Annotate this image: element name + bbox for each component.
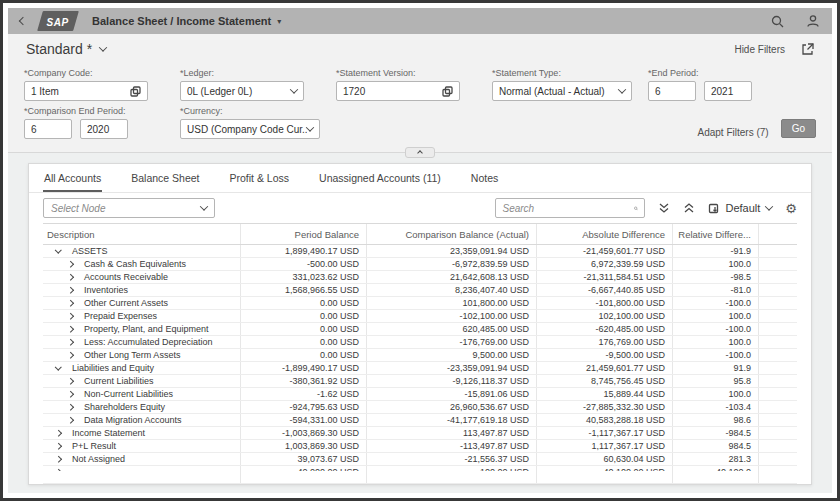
value-help-icon[interactable] [130, 86, 141, 97]
app-title[interactable]: Balance Sheet / Income Statement ▾ [92, 15, 281, 27]
profile-button[interactable] [806, 14, 820, 28]
expander-icon[interactable] [53, 366, 63, 371]
settings-button[interactable]: ⚙ [785, 202, 797, 215]
table-row[interactable]: P+L Result 1,003,869.30 USD -113,497.87 … [43, 440, 797, 453]
table-row[interactable]: Property, Plant, and Equipment 0.00 USD … [43, 323, 797, 336]
table-row[interactable]: Inventories 1,568,966.55 USD 8,236,407.4… [43, 284, 797, 297]
column-period-balance[interactable]: Period Balance [241, 224, 367, 244]
end-period-month-field[interactable] [655, 86, 689, 97]
currency-select[interactable]: USD (Company Code Cur... [180, 119, 320, 139]
table-row[interactable]: Current Liabilities -380,361.92 USD -9,1… [43, 375, 797, 388]
end-period-year-input[interactable] [704, 81, 752, 101]
expander-icon[interactable] [65, 288, 75, 293]
hide-filters-link[interactable]: Hide Filters [734, 44, 785, 55]
go-button[interactable]: Go [781, 119, 816, 138]
column-description[interactable]: Description [43, 224, 241, 244]
expander-icon[interactable] [65, 405, 75, 410]
end-period-month-input[interactable] [648, 81, 696, 101]
expander-icon[interactable] [65, 275, 75, 280]
expander-icon[interactable] [53, 457, 63, 462]
expander-icon[interactable] [65, 353, 75, 358]
company-code-input[interactable]: 1 Item [24, 81, 148, 101]
statement-version-input[interactable]: 1720 [336, 81, 460, 101]
share-icon [801, 43, 814, 56]
comparison-balance-cell: -102,100.00 USD [367, 310, 537, 322]
table-row[interactable]: Other Current Assets 0.00 USD 101,800.00… [43, 297, 797, 310]
expander-icon[interactable] [53, 431, 63, 436]
collapse-all-button[interactable] [683, 202, 695, 214]
expander-icon[interactable] [65, 340, 75, 345]
period-balance-cell: 1,899,490.17 USD [241, 245, 367, 257]
table-row[interactable]: Income Statement -1,003,869.30 USD 113,4… [43, 427, 797, 440]
table-row[interactable]: Other Long Term Assets 0.00 USD 9,500.00… [43, 349, 797, 362]
back-button[interactable] [20, 18, 26, 24]
expander-icon[interactable] [65, 301, 75, 306]
tab-all-accounts[interactable]: All Accounts [43, 164, 102, 192]
tab-notes[interactable]: Notes [470, 164, 499, 192]
table-row[interactable]: Cash & Cash Equivalents -500.00 USD -6,9… [43, 258, 797, 271]
search-button[interactable] [771, 15, 784, 28]
expander-icon[interactable] [65, 314, 75, 319]
table-row[interactable]: Not Assigned 39,073.67 USD -21,556.37 US… [43, 453, 797, 466]
column-absolute-difference[interactable]: Absolute Difference [537, 224, 673, 244]
collapse-header-button[interactable] [405, 147, 435, 158]
tab-unassigned-accounts[interactable]: Unassigned Accounts (11) [318, 164, 442, 192]
table-row[interactable]: Data Migration Accounts -594,331.00 USD … [43, 414, 797, 427]
comparison-balance-cell: -15,891.06 USD [367, 388, 537, 400]
table-search-input[interactable] [502, 203, 634, 214]
expander-icon[interactable] [53, 249, 63, 254]
table-search[interactable] [495, 198, 645, 218]
table-row[interactable]: ASSETS 1,899,490.17 USD 23,359,091.94 US… [43, 245, 797, 258]
table-row[interactable]: Accounts Receivable 331,023.62 USD 21,64… [43, 271, 797, 284]
relative-difference-cell: -984.5 [673, 427, 759, 439]
period-balance-cell: 1,003,869.30 USD [241, 440, 367, 452]
sap-logo[interactable]: SAP [37, 11, 79, 31]
expander-icon[interactable] [65, 262, 75, 267]
end-period-year-field[interactable] [711, 86, 745, 97]
relative-difference-cell: -100.0 [673, 349, 759, 361]
comparison-period-month-input[interactable] [24, 119, 72, 139]
comparison-period-year-field[interactable] [87, 124, 121, 135]
table-row[interactable]: Liabilities and Equity -1,899,490.17 USD… [43, 362, 797, 375]
expander-icon[interactable] [65, 327, 75, 332]
column-comparison-balance[interactable]: Comparison Balance (Actual) [367, 224, 537, 244]
chevron-down-icon [618, 85, 626, 93]
chevron-up-icon [417, 150, 423, 156]
variant-selector[interactable]: Standard * [26, 41, 106, 57]
chevron-down-icon [200, 202, 208, 210]
adapt-filters-link[interactable]: Adapt Filters (7) [698, 127, 769, 138]
select-node-combo[interactable] [43, 198, 215, 218]
absolute-difference-cell: 176,769.00 USD [537, 336, 673, 348]
currency-value: USD (Company Code Cur... [187, 124, 307, 135]
chevron-down-icon [765, 202, 773, 210]
empty-cell [759, 297, 797, 309]
view-variant-dropdown[interactable]: Default [708, 202, 772, 214]
comparison-period-month-field[interactable] [31, 124, 65, 135]
search-icon[interactable] [634, 203, 638, 214]
tab-profit-loss[interactable]: Profit & Loss [229, 164, 291, 192]
ledger-select[interactable]: 0L (Ledger 0L) [180, 81, 304, 101]
comparison-period-year-input[interactable] [80, 119, 128, 139]
value-help-icon[interactable] [442, 86, 453, 97]
statement-type-select[interactable]: Normal (Actual - Actual) [492, 81, 632, 101]
account-description: Non-Current Liabilities [84, 389, 173, 399]
absolute-difference-cell: -9,500.00 USD [537, 349, 673, 361]
expand-all-button[interactable] [658, 202, 670, 214]
expander-icon[interactable] [53, 444, 63, 449]
tab-balance-sheet[interactable]: Balance Sheet [130, 164, 200, 192]
table-row[interactable]: Non-Current Liabilities -1.62 USD -15,89… [43, 388, 797, 401]
share-button[interactable] [801, 43, 814, 56]
table-row[interactable]: Prepaid Expenses 0.00 USD -102,100.00 US… [43, 310, 797, 323]
column-relative-difference[interactable]: Relative Differe... [673, 224, 759, 244]
absolute-difference-cell: -620,485.00 USD [537, 323, 673, 335]
expander-icon[interactable] [65, 392, 75, 397]
relative-difference-cell: -100.0 [673, 297, 759, 309]
expander-icon[interactable] [65, 418, 75, 423]
empty-cell [759, 388, 797, 400]
select-node-input[interactable] [51, 203, 201, 214]
table-row[interactable]: Less: Accumulated Depreciation 0.00 USD … [43, 336, 797, 349]
report-card: All Accounts Balance Sheet Profit & Loss… [28, 163, 812, 485]
table-row[interactable]: Shareholders Equity -924,795.63 USD 26,9… [43, 401, 797, 414]
expander-icon[interactable] [65, 379, 75, 384]
absolute-difference-cell: 60,630.04 USD [537, 453, 673, 465]
